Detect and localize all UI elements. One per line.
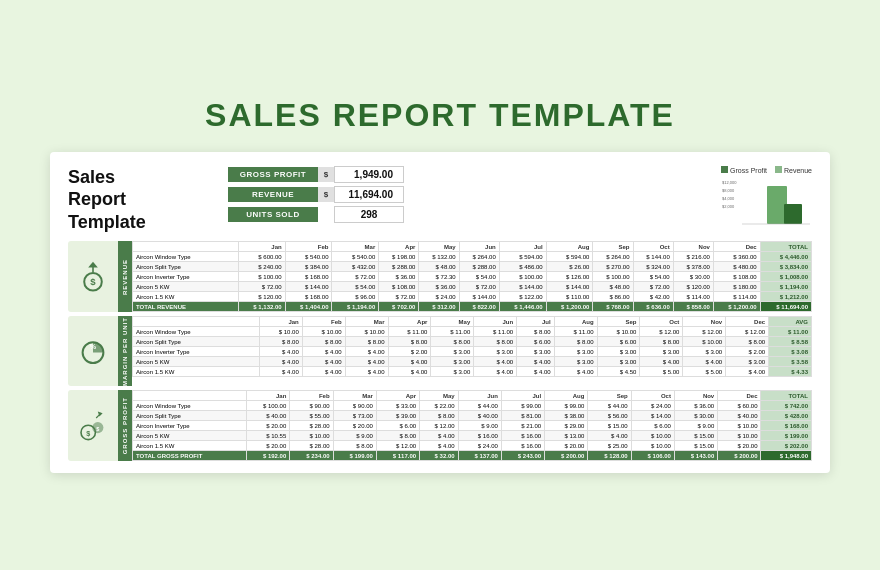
gross_profit-month-header: Feb [290,391,333,401]
revenue-icon-col: $ [68,241,118,312]
gross-profit-label: GROSS PROFIT [228,167,318,182]
margin-month-header: Nov [683,317,726,327]
revenue-dollar: $ [318,187,334,202]
gross_profit-month-header: Aug [545,391,588,401]
report-card: Sales Report Template GROSS PROFIT $ 1,9… [50,152,830,474]
gross-profit-value: 1,949.00 [334,166,404,183]
svg-text:$2,000: $2,000 [722,204,735,209]
table-row: Aircon 1.5 KW$ 20.00$ 28.00$ 8.00$ 12.00… [133,441,812,451]
gross_profit-month-header: Jun [458,391,501,401]
revenue-month-header: Feb [285,242,332,252]
table-row: Aircon Split Type$ 8.00$ 8.00$ 8.00$ 8.0… [133,337,812,347]
svg-text:$: $ [86,428,90,437]
margin-total-header: AVG [769,317,812,327]
margin-label-col: MARGIN PER UNIT [118,316,132,386]
page-title: SALES REPORT TEMPLATE [205,97,675,134]
svg-text:$12,000: $12,000 [722,180,737,185]
gross_profit-month-header: Apr [376,391,419,401]
svg-marker-10 [88,262,98,268]
gross-profit-section: $ $ GROSS PROFIT JanFebMarAprMayJunJulAu… [68,390,812,461]
table-row: Aircon 5 KW$ 72.00$ 144.00$ 54.00$ 108.0… [133,282,812,292]
table-row: Aircon 1.5 KW$ 4.00$ 4.00$ 4.00$ 4.00$ 3… [133,367,812,377]
report-title: Sales Report Template [68,166,198,234]
gross_profit-month-header: May [420,391,459,401]
margin-name-header [133,317,260,327]
revenue-month-header: Jan [238,242,285,252]
table-row: Aircon Window Type$ 10.00$ 10.00$ 10.00$… [133,327,812,337]
table-row: Aircon Window Type$ 100.00$ 90.00$ 90.00… [133,401,812,411]
revenue-month-header: Nov [673,242,713,252]
svg-text:%: % [90,343,97,352]
margin-month-header: Jun [474,317,517,327]
table-row: Aircon 5 KW$ 10.55$ 10.00$ 9.00$ 8.00$ 4… [133,431,812,441]
revenue-month-header: Dec [713,242,760,252]
table-row: Aircon Inverter Type$ 20.00$ 28.00$ 20.0… [133,421,812,431]
margin-month-header: Oct [640,317,683,327]
total-row: TOTAL REVENUE$ 1,132.00$ 1,404.00$ 1,194… [133,302,812,312]
revenue-name-header [133,242,239,252]
margin-month-header: Feb [302,317,345,327]
total-row: TOTAL GROSS PROFIT$ 192.00$ 234.00$ 199.… [133,451,812,461]
gross-profit-icon-col: $ $ [68,390,118,461]
table-row: Aircon 5 KW$ 4.00$ 4.00$ 4.00$ 4.00$ 3.0… [133,357,812,367]
revenue-label: REVENUE [228,187,318,202]
margin-month-header: Aug [554,317,597,327]
sections-wrapper: $ REVENUE JanFebMarAprMayJunJulAugSepOct… [68,241,812,461]
revenue-month-header: Mar [332,242,379,252]
gross_profit-month-header: Nov [674,391,717,401]
svg-text:$: $ [90,276,96,287]
margin-icon-col: % [68,316,118,386]
margin-month-header: May [431,317,474,327]
margin-month-header: Jan [259,317,302,327]
svg-rect-5 [784,204,802,224]
revenue-month-header: Sep [593,242,633,252]
chart-area: Gross Profit Revenue $12,000 $8,000 $4,0… [721,166,812,231]
gross-profit-kpi: GROSS PROFIT $ 1,949.00 [228,166,703,183]
units-sold-value: 298 [334,206,404,223]
gross_profit-month-header: Mar [333,391,376,401]
gross-profit-dollar: $ [318,167,334,182]
gross_profit-month-header: Sep [588,391,631,401]
revenue-month-header: Oct [633,242,673,252]
revenue-label-col: REVENUE [118,241,132,312]
revenue-value: 11,694.00 [334,186,404,203]
chart-legend: Gross Profit Revenue [721,166,812,174]
margin-table-col: JanFebMarAprMayJunJulAugSepOctNovDecAVG … [132,316,812,386]
svg-text:$8,000: $8,000 [722,188,735,193]
revenue-month-header: Jun [459,242,499,252]
revenue-month-header: Jul [499,242,546,252]
table-row: Aircon Split Type$ 40.00$ 55.00$ 73.00$ … [133,411,812,421]
table-row: Aircon 1.5 KW$ 120.00$ 168.00$ 96.00$ 72… [133,292,812,302]
revenue-section: $ REVENUE JanFebMarAprMayJunJulAugSepOct… [68,241,812,312]
gross-profit-table-col: JanFebMarAprMayJunJulAugSepOctNovDecTOTA… [132,390,812,461]
gross_profit-month-header: Jan [247,391,290,401]
units-sold-kpi: UNITS SOLD $ 298 [228,206,703,223]
revenue-kpi: REVENUE $ 11,694.00 [228,186,703,203]
margin-month-header: Mar [345,317,388,327]
gp-name-header [133,391,247,401]
gross-profit-label-col: GROSS PROFIT [118,390,132,461]
report-title-block: Sales Report Template [68,166,198,234]
table-row: Aircon Inverter Type$ 4.00$ 4.00$ 4.00$ … [133,347,812,357]
gross_profit-total-header: TOTAL [761,391,812,401]
margin-section: % MARGIN PER UNIT JanFebMarAprMayJunJulA… [68,316,812,386]
svg-text:$4,000: $4,000 [722,196,735,201]
revenue-total-header: TOTAL [760,242,811,252]
table-row: Aircon Split Type$ 240.00$ 384.00$ 432.0… [133,262,812,272]
gross_profit-month-header: Dec [718,391,761,401]
bar-chart: $12,000 $8,000 $4,000 $2,000 [722,176,812,231]
revenue-month-header: Apr [379,242,419,252]
revenue-month-header: Aug [546,242,593,252]
margin-month-header: Jul [517,317,555,327]
table-row: Aircon Window Type$ 600.00$ 540.00$ 540.… [133,252,812,262]
summary-kpis: GROSS PROFIT $ 1,949.00 REVENUE $ 11,694… [228,166,703,226]
margin-month-header: Apr [388,317,431,327]
gross_profit-month-header: Jul [501,391,544,401]
revenue-table-col: JanFebMarAprMayJunJulAugSepOctNovDecTOTA… [132,241,812,312]
table-row: Aircon Inverter Type$ 100.00$ 168.00$ 72… [133,272,812,282]
margin-month-header: Dec [726,317,769,327]
revenue-month-header: May [419,242,459,252]
margin-month-header: Sep [597,317,640,327]
units-sold-label: UNITS SOLD [228,207,318,222]
gross_profit-month-header: Oct [631,391,674,401]
